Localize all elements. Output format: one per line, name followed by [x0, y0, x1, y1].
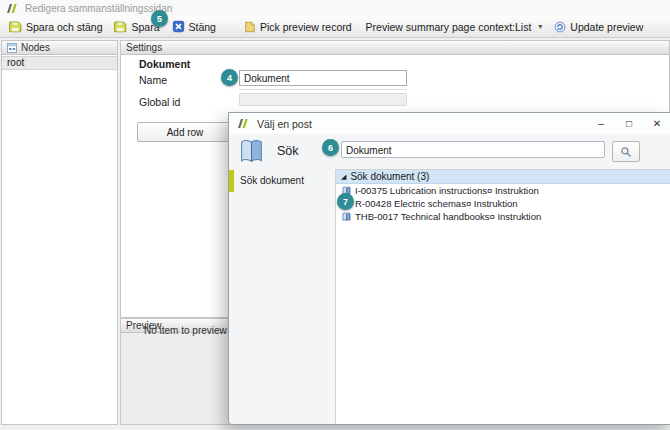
result-row-label: THB-0017 Technical handbooks¤ Instruktio… [355, 211, 541, 222]
step-badge-5: 5 [151, 10, 168, 27]
result-row-label: I-00375 Lubrication instructions¤ Instru… [355, 185, 539, 196]
pick-preview-record-label: Pick preview record [260, 21, 352, 33]
dialog-titlebar: Välj en post – □ ✕ [229, 113, 670, 134]
add-row-button[interactable]: Add row [137, 122, 233, 142]
step-badge-7: 7 [337, 193, 354, 210]
settings-panel-title: Settings [126, 42, 162, 53]
save-icon [114, 20, 127, 33]
save-and-close-label: Spara och stäng [26, 21, 102, 33]
nodes-panel: Nodes root [1, 40, 118, 425]
app-logo-icon [237, 118, 250, 129]
sidebar-item-label: Sök dokument [240, 175, 304, 186]
results-group-header[interactable]: ◢ Sök dokument (3) [336, 170, 670, 184]
maximize-button[interactable]: □ [615, 113, 643, 134]
nodes-panel-header: Nodes [2, 41, 117, 55]
window-title: Redigera sammanställningssidan [25, 3, 172, 14]
result-row[interactable]: THB-0017 Technical handbooks¤ Instruktio… [336, 210, 670, 223]
app-logo-icon [6, 3, 19, 14]
global-id-label: Global id [139, 96, 180, 108]
selection-accent-bar [229, 170, 234, 192]
search-book-icon [239, 138, 264, 165]
expander-icon: ◢ [341, 173, 346, 181]
search-label: Sök [277, 144, 299, 158]
document-icon [342, 212, 351, 222]
search-results-panel: ◢ Sök dokument (3) I-00375 Lubrication i… [335, 169, 670, 424]
search-icon [620, 146, 632, 158]
search-button[interactable] [612, 141, 640, 162]
dialog-search-input[interactable]: Dokument [341, 141, 605, 158]
window-titlebar: Redigera sammanställningssidan [0, 0, 670, 16]
pick-preview-record-button[interactable]: Pick preview record [238, 19, 358, 35]
save-and-close-button[interactable]: Spara och stäng [3, 18, 108, 35]
result-row-label: R-00428 Electric schemas¤ Instruktion [355, 198, 518, 209]
name-label: Name [139, 74, 167, 86]
select-record-dialog: Välj en post – □ ✕ Sök Dokument Sök doku… [228, 112, 670, 425]
result-row[interactable]: I-00375 Lubrication instructions¤ Instru… [336, 184, 670, 197]
dialog-close-button[interactable]: ✕ [643, 113, 670, 134]
step-badge-6: 6 [322, 139, 339, 156]
preview-context-dropdown[interactable]: Preview summary page context:List ▾ [360, 19, 549, 35]
dropdown-arrow-icon: ▾ [538, 22, 542, 31]
sidebar-item-sok-dokument[interactable]: Sök dokument [229, 170, 335, 192]
dialog-window-controls: – □ ✕ [587, 113, 670, 134]
save-icon [9, 20, 22, 33]
nodes-icon [7, 43, 17, 53]
update-preview-button[interactable]: Update preview [548, 19, 649, 35]
main-window: Redigera sammanställningssidan Spara och… [0, 0, 670, 430]
nodes-panel-title: Nodes [21, 42, 50, 53]
result-row[interactable]: R-00428 Electric schemas¤ Instruktion [336, 197, 670, 210]
node-row-root[interactable]: root [2, 56, 117, 70]
step-badge-4: 4 [221, 69, 238, 86]
global-id-input[interactable] [239, 93, 407, 106]
field-divider [239, 89, 407, 90]
minimize-button[interactable]: – [587, 113, 615, 134]
dialog-title: Välj en post [257, 118, 312, 130]
name-input[interactable]: Dokument [239, 70, 407, 86]
preview-context-label: Preview summary page context:List [366, 21, 532, 33]
settings-panel-header: Settings [121, 41, 669, 55]
refresh-icon [554, 21, 566, 33]
toolbar: Spara och stäng Spara Stäng Pick preview… [0, 16, 670, 38]
update-preview-label: Update preview [570, 21, 643, 33]
results-group-label: Sök dokument (3) [350, 171, 429, 182]
record-icon [244, 21, 256, 33]
close-x-icon [172, 20, 185, 33]
section-label: Dokument [139, 58, 190, 70]
close-label: Stäng [189, 21, 216, 33]
close-button[interactable]: Stäng [166, 18, 222, 35]
